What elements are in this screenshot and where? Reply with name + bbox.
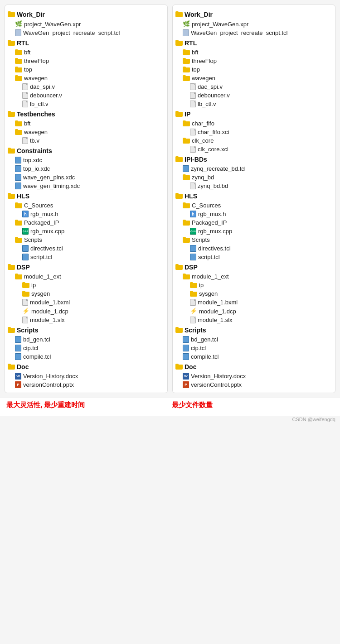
tree-item[interactable]: P versionControl.pptx [8, 380, 165, 389]
item-label: wave_gen_timing.xdc [23, 183, 80, 189]
tree-item[interactable]: C_Sources [175, 201, 332, 210]
tree-item[interactable]: Scripts [175, 235, 332, 244]
item-label: cip.tcl [23, 345, 38, 351]
section-header-item[interactable]: RTL [8, 37, 165, 48]
section-header-item[interactable]: Doc [175, 361, 332, 372]
tree-item[interactable]: wavegen [8, 74, 165, 82]
tree-item[interactable]: 🌿 project_WaveGen.xpr [8, 19, 165, 29]
tree-item[interactable]: Packaged_IP [175, 218, 332, 227]
section-header-item[interactable]: DSP [8, 261, 165, 272]
tree-item[interactable]: h rgb_mux.h [175, 210, 332, 218]
tree-item[interactable]: zynq_bd [175, 173, 332, 182]
tree-item[interactable]: h rgb_mux.h [8, 210, 165, 218]
tree-item[interactable]: bd_gen.tcl [175, 335, 332, 344]
tree-item[interactable]: bd_gen.tcl [8, 335, 165, 344]
tree-item[interactable]: directives.tcl [175, 244, 332, 253]
tree-item[interactable]: ip [175, 281, 332, 289]
folder-icon [183, 220, 190, 226]
tree-item[interactable]: C_Sources [8, 201, 165, 210]
tree-item[interactable]: char_fifo [175, 119, 332, 128]
cpp-icon: c++ [190, 228, 196, 235]
tree-item[interactable]: c++ rgb_mux.cpp [175, 227, 332, 235]
tree-item[interactable]: ⚡ module_1.dcp [8, 307, 165, 316]
tree-item[interactable]: threeFlop [175, 57, 332, 65]
tree-item[interactable]: clk_core [175, 136, 332, 145]
tree-item[interactable]: top [8, 65, 165, 74]
tree-item[interactable]: threeFlop [8, 57, 165, 65]
section-header-item[interactable]: Constraints [8, 145, 165, 156]
section-header-item[interactable]: Scripts [8, 324, 165, 335]
tree-item[interactable]: bft [175, 48, 332, 57]
tree-item[interactable]: Scripts [8, 235, 165, 244]
section-header-item[interactable]: HLS [8, 190, 165, 201]
section-header-item[interactable]: IPI-BDs [175, 154, 332, 164]
section-header-item[interactable]: DSP [175, 261, 332, 272]
tree-item[interactable]: script.tcl [8, 253, 165, 261]
tree-item[interactable]: dac_spi.v [8, 82, 165, 91]
tree-item[interactable]: module_1.bxml [8, 298, 165, 307]
section-header-item[interactable]: Doc [8, 361, 165, 372]
tree-item[interactable]: char_fifo.xci [175, 128, 332, 136]
tree-item[interactable]: ip [8, 281, 165, 289]
tree-item[interactable]: zynq_bd.bd [175, 182, 332, 190]
tree-item[interactable]: bft [8, 48, 165, 57]
section-header-item[interactable]: Work_Dir [175, 9, 332, 19]
tree-item[interactable]: dac_spi.v [175, 82, 332, 91]
tree-item[interactable]: W Version_History.docx [175, 372, 332, 380]
item-label: zynq_bd.bd [198, 183, 228, 189]
tree-item[interactable]: wave_gen_timing.xdc [8, 182, 165, 190]
section-header-item[interactable]: Scripts [175, 324, 332, 335]
tree-item[interactable]: compile.tcl [175, 352, 332, 361]
section-header-item[interactable]: RTL [175, 37, 332, 48]
tree-item[interactable]: module_1.bxml [175, 298, 332, 307]
tree-item[interactable]: top.xdc [8, 156, 165, 164]
file-icon [22, 299, 28, 306]
item-label: module_1_ext [192, 273, 229, 280]
tree-item[interactable]: module_1_ext [175, 272, 332, 281]
tree-item[interactable]: wavegen [8, 128, 165, 136]
item-label: clk_core.xci [198, 146, 228, 153]
folder-icon [8, 111, 15, 117]
tree-item[interactable]: W Version_History.docx [8, 372, 165, 380]
item-label: script.tcl [30, 254, 52, 260]
tree-item[interactable]: top_io.xdc [8, 164, 165, 173]
tree-item[interactable]: sysgen [175, 289, 332, 298]
tree-item[interactable]: tb.v [8, 136, 165, 145]
tree-item[interactable]: 🌿 project_WaveGen.xpr [175, 19, 332, 29]
tree-item[interactable]: cip.tcl [8, 344, 165, 352]
tree-item[interactable]: cip.tcl [175, 344, 332, 352]
tree-item[interactable]: bft [8, 119, 165, 128]
section-header-item[interactable]: Work_Dir [8, 9, 165, 19]
tree-item[interactable]: c++ rgb_mux.cpp [8, 227, 165, 235]
footer-credit: CSDN @weifengdq [0, 416, 340, 425]
item-label: debouncer.v [30, 92, 62, 99]
tree-item[interactable]: debouncer.v [8, 91, 165, 100]
tree-item[interactable]: module_1.slx [8, 316, 165, 324]
section-header-item[interactable]: IP [175, 108, 332, 119]
xdc-icon [15, 165, 21, 172]
tree-item[interactable]: Packaged_IP [8, 218, 165, 227]
tree-item[interactable]: WaveGen_project_recreate_script.tcl [8, 29, 165, 37]
tree-item[interactable]: ⚡ module_1.dcp [175, 307, 332, 316]
tree-item[interactable]: top [175, 65, 332, 74]
tree-item[interactable]: lb_ctl.v [175, 100, 332, 108]
tree-item[interactable]: WaveGen_project_recreate_script.tcl [175, 29, 332, 37]
tree-item[interactable]: compile.tcl [8, 352, 165, 361]
tree-item[interactable]: debouncer.v [175, 91, 332, 100]
tree-item[interactable]: lb_ctl.v [8, 100, 165, 108]
tree-item[interactable]: directives.tcl [8, 244, 165, 253]
tree-item[interactable]: clk_core.xci [175, 145, 332, 154]
section-header-item[interactable]: HLS [175, 190, 332, 201]
tree-item[interactable]: wave_gen_pins.xdc [8, 173, 165, 182]
tree-item[interactable]: module_1_ext [8, 272, 165, 281]
tree-item[interactable]: P versionControl.pptx [175, 380, 332, 389]
tree-item[interactable]: sysgen [8, 289, 165, 298]
section-header-item[interactable]: Testbenches [8, 108, 165, 119]
tree-item[interactable]: wavegen [175, 74, 332, 82]
folder-icon [15, 129, 22, 135]
tree-item[interactable]: module_1.slx [175, 316, 332, 324]
tree-item[interactable]: zynq_recreate_bd.tcl [175, 164, 332, 173]
tree-item[interactable]: script.tcl [175, 253, 332, 261]
file-icon [190, 299, 196, 306]
folder-icon [183, 49, 190, 55]
